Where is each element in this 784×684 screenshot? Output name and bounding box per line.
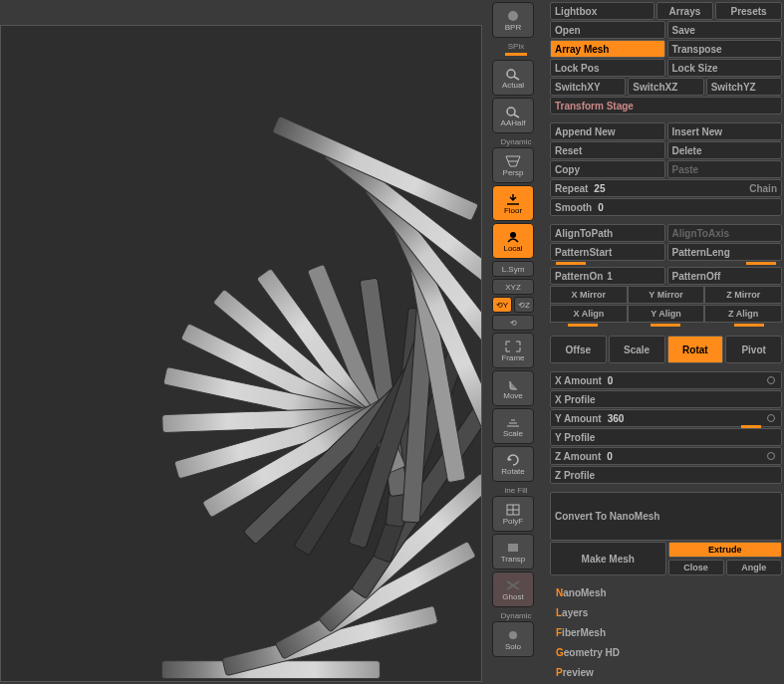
- patternon-slider[interactable]: PatternOn 1: [550, 267, 665, 285]
- frame-button[interactable]: Frame: [492, 333, 534, 368]
- svg-point-36: [509, 631, 517, 639]
- chain-label: Chain: [749, 183, 777, 194]
- solo-button[interactable]: Solo: [492, 621, 534, 657]
- zamount-value: 0: [607, 451, 613, 462]
- transform-stage-label: Transform Stage: [555, 101, 634, 112]
- svg-point-26: [508, 11, 518, 21]
- arrays-button[interactable]: Arrays: [656, 2, 713, 20]
- yamount-slider[interactable]: Y Amount 360: [550, 409, 782, 427]
- patternon-label: PatternOn: [555, 271, 603, 282]
- pivot-tab[interactable]: Pivot: [725, 336, 782, 363]
- lockpos-button[interactable]: Lock Pos: [550, 59, 665, 77]
- preview-section[interactable]: Preview: [550, 663, 782, 682]
- paste-button[interactable]: Paste: [667, 160, 783, 178]
- reset-button[interactable]: Reset: [550, 141, 665, 159]
- yamount-dot-icon: [767, 414, 775, 422]
- locksize-button[interactable]: Lock Size: [667, 59, 783, 77]
- layers-section[interactable]: Layers: [550, 603, 782, 622]
- repeat-slider[interactable]: Repeat 25 Chain: [550, 179, 782, 197]
- convert-nanomesh-button[interactable]: Convert To NanoMesh: [550, 492, 782, 541]
- zmirror-button[interactable]: Z Mirror: [704, 286, 782, 304]
- repeat-value: 25: [594, 183, 605, 194]
- xmirror-button[interactable]: X Mirror: [550, 286, 628, 304]
- save-button[interactable]: Save: [667, 21, 783, 39]
- viewport-3d[interactable]: [0, 25, 482, 682]
- insertnew-button[interactable]: Insert New: [667, 122, 783, 140]
- aligntoaxis-button[interactable]: AlignToAxis: [667, 224, 783, 242]
- move-button[interactable]: Move: [492, 370, 534, 406]
- geometryhd-section[interactable]: Geometry HD: [550, 643, 782, 662]
- aligntopath-button[interactable]: AlignToPath: [550, 224, 665, 242]
- zprofile-slider[interactable]: Z Profile: [550, 466, 782, 484]
- extrude-button[interactable]: Extrude: [668, 542, 783, 558]
- aahalf-label: AAHalf: [501, 119, 526, 127]
- offset-tab[interactable]: Offse: [550, 336, 607, 363]
- rot-free-button[interactable]: ⟲: [492, 315, 534, 331]
- right-toolbar: BPR SPix Actual AAHalf Dynamic Persp Flo…: [492, 0, 540, 684]
- copy-button[interactable]: Copy: [550, 160, 665, 178]
- transform-stage-slider[interactable]: Transform Stage: [550, 97, 782, 114]
- smooth-slider[interactable]: Smooth 0: [550, 198, 782, 216]
- nanomesh-section[interactable]: NNanoMeshanoMesh: [550, 583, 782, 602]
- transp-button[interactable]: Transp: [492, 534, 534, 570]
- lsym-button[interactable]: L.Sym: [492, 261, 534, 277]
- zamount-slider[interactable]: Z Amount 0: [550, 447, 782, 465]
- local-button[interactable]: Local: [492, 223, 534, 259]
- xprofile-slider[interactable]: X Profile: [550, 390, 782, 408]
- xamount-slider[interactable]: X Amount 0: [550, 371, 782, 389]
- zprofile-label: Z Profile: [555, 470, 595, 481]
- transpose-button[interactable]: Transpose: [667, 40, 783, 58]
- switchyz-button[interactable]: SwitchYZ: [706, 78, 782, 96]
- zamount-dot-icon: [767, 452, 775, 460]
- rot-z-button[interactable]: ⟲Z: [514, 297, 534, 313]
- zalign-button[interactable]: Z Align: [704, 305, 782, 323]
- close-button[interactable]: Close: [668, 560, 724, 575]
- yprofile-slider[interactable]: Y Profile: [550, 428, 782, 446]
- smooth-value: 0: [598, 202, 604, 213]
- dynamic2-label: Dynamic: [492, 611, 540, 620]
- yalign-button[interactable]: Y Align: [628, 305, 705, 323]
- ghost-label: Ghost: [502, 593, 523, 601]
- floor-button[interactable]: Floor: [492, 185, 534, 221]
- ghost-button[interactable]: Ghost: [492, 571, 534, 607]
- open-button[interactable]: Open: [550, 21, 665, 39]
- presets-button[interactable]: Presets: [715, 2, 782, 20]
- rot-y-button[interactable]: ⟲Y: [492, 297, 512, 313]
- spix-bar: [505, 53, 527, 56]
- fibermesh-section[interactable]: FiberMesh: [550, 623, 782, 642]
- makemesh-button[interactable]: Make Mesh: [550, 542, 666, 575]
- scale-button[interactable]: Scale: [492, 408, 534, 444]
- switchxz-button[interactable]: SwitchXZ: [628, 78, 703, 96]
- bpr-label: BPR: [505, 24, 521, 32]
- persp-button[interactable]: Persp: [492, 147, 534, 183]
- rotate-label: Rotate: [501, 468, 525, 476]
- spix-label: SPix: [492, 42, 540, 51]
- polyf-button[interactable]: PolyF: [492, 496, 534, 532]
- delete-button[interactable]: Delete: [667, 141, 783, 159]
- xamount-dot-icon: [767, 376, 775, 384]
- angle-button[interactable]: Angle: [726, 560, 782, 575]
- arraymesh-button[interactable]: Array Mesh: [550, 40, 665, 58]
- xalign-button[interactable]: X Align: [550, 305, 628, 323]
- yamount-value: 360: [608, 413, 625, 424]
- appendnew-button[interactable]: Append New: [550, 122, 665, 140]
- scale-tab[interactable]: Scale: [609, 336, 665, 363]
- actual-button[interactable]: Actual: [492, 60, 534, 96]
- switchxy-button[interactable]: SwitchXY: [550, 78, 626, 96]
- smooth-label: Smooth: [555, 202, 592, 213]
- rotate-tab[interactable]: Rotat: [667, 336, 724, 363]
- xyz-label: XYZ: [505, 283, 521, 292]
- bpr-button[interactable]: BPR: [492, 2, 534, 38]
- svg-point-31: [510, 232, 516, 238]
- polyf-label: PolyF: [503, 518, 523, 526]
- patternstart-slider[interactable]: PatternStart: [550, 243, 665, 261]
- xyz-button[interactable]: XYZ: [492, 279, 534, 295]
- aahalf-button[interactable]: AAHalf: [492, 98, 534, 133]
- scale-label: Scale: [503, 430, 523, 438]
- ymirror-button[interactable]: Y Mirror: [628, 286, 705, 304]
- patternlength-slider[interactable]: PatternLeng: [667, 243, 783, 261]
- rotate-button[interactable]: Rotate: [492, 446, 534, 482]
- lightbox-button[interactable]: Lightbox: [550, 2, 654, 20]
- patternoff-slider[interactable]: PatternOff: [667, 267, 783, 285]
- svg-rect-35: [508, 544, 518, 552]
